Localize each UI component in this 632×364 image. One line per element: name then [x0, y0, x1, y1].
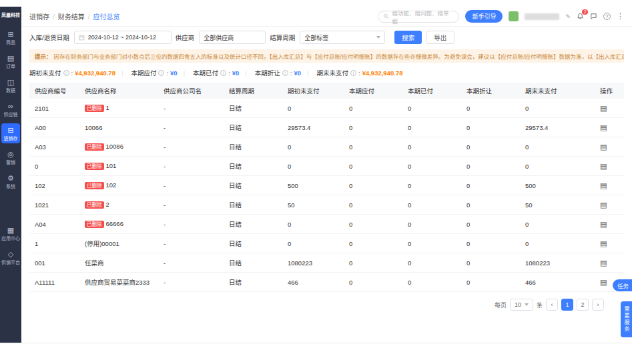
deleted-badge: 已删除	[85, 201, 104, 209]
breadcrumb-item[interactable]: 应付总览	[85, 11, 120, 21]
cell-payable: 0	[344, 240, 402, 247]
avatar[interactable]	[509, 11, 519, 21]
sidebar-item[interactable]: ▤ 订单	[1, 51, 20, 71]
sidebar-item[interactable]: ⚙ 系统	[1, 171, 20, 191]
cell-payable: 0	[344, 105, 402, 112]
summary-item: 本期已付 ¥0	[178, 68, 240, 77]
cell-discount: 0	[461, 221, 520, 228]
detail-icon[interactable]: ▤	[600, 143, 607, 151]
cell-end-unpaid: 50	[520, 201, 595, 209]
sidebar-item-label: 订单	[6, 63, 15, 69]
deleted-badge: 已删除	[85, 182, 104, 189]
cell-paid: 0	[402, 163, 461, 170]
sidebar-item[interactable]: ◎ 营销	[1, 147, 20, 167]
search-icon	[383, 13, 389, 19]
cell-company-name: -	[158, 124, 224, 131]
cell-begin-unpaid: 0	[282, 240, 344, 247]
cell-paid: 0	[402, 279, 461, 286]
sidebar-nav: ⊞ 商品 ▤ 订单 ◫ 数据 ∞ 供应链	[1, 27, 20, 195]
cell-payable: 0	[344, 221, 402, 228]
cell-end-unpaid: 0	[520, 221, 595, 228]
detail-icon[interactable]: ▤	[600, 278, 607, 286]
detail-icon[interactable]: ▤	[600, 104, 607, 112]
cell-payable: 0	[344, 259, 402, 267]
cycle-select[interactable]: 全部标签	[300, 31, 385, 44]
supplier-input[interactable]: 全部供应商	[199, 31, 266, 44]
table-row: A11111 供应商贸易菜菜商2333 - 日结 466 0 0 0 466 ▤	[29, 273, 624, 292]
cell-payable: 0	[344, 163, 402, 170]
cell-discount: 0	[461, 279, 520, 286]
beginner-guide-button[interactable]: 新手引导	[465, 10, 503, 23]
sidebar-item-icon: ⊟	[7, 126, 13, 134]
detail-icon[interactable]: ▤	[600, 201, 607, 209]
sidebar: 凤凰科技 ⊞ 商品 ▤ 订单 ◫ 数据 ∞	[0, 7, 21, 343]
sidebar-item-label: 供应链	[4, 111, 18, 117]
sidebar-item-label: 营销	[6, 159, 15, 165]
summary-item-label: 期末未支付	[317, 68, 349, 77]
service-floating-tab[interactable]: 需要服务	[621, 301, 632, 337]
sidebar-item[interactable]: ◫ 数据	[1, 75, 20, 95]
sidebar-item[interactable]: ◇ 供销平台	[1, 247, 20, 267]
search-button[interactable]: 搜索	[394, 31, 422, 44]
info-icon[interactable]	[282, 70, 288, 76]
next-page-button[interactable]: ›	[592, 299, 604, 311]
cell-paid: 0	[402, 124, 461, 131]
page-number-button[interactable]: 2	[577, 299, 589, 311]
cell-paid: 0	[402, 143, 461, 151]
info-icon[interactable]	[158, 70, 164, 76]
info-icon[interactable]	[63, 70, 69, 76]
sidebar-item[interactable]: ▦ 应用中心	[1, 223, 20, 243]
task-floating-button[interactable]: 任务	[613, 279, 632, 291]
edit-profile-icon[interactable]: ✎	[565, 13, 571, 20]
global-search-input[interactable]: 搜功能、搜问题、搜单据	[378, 11, 459, 23]
export-button[interactable]: 导出	[426, 31, 454, 44]
breadcrumb: 进销存 财务结算 应付总览	[29, 11, 120, 21]
app-window: 凤凰科技 ⊞ 商品 ▤ 订单 ◫ 数据 ∞	[0, 7, 632, 343]
cell-end-unpaid: 466	[520, 279, 595, 286]
detail-icon[interactable]: ▤	[600, 162, 607, 170]
cell-end-unpaid: 500	[520, 182, 595, 189]
page-number-button[interactable]: 1	[561, 299, 573, 311]
breadcrumb-item[interactable]: 进销存	[29, 11, 49, 21]
cell-supplier-name: 已删除102	[79, 181, 158, 189]
info-icon[interactable]	[220, 70, 226, 76]
detail-icon[interactable]: ▤	[600, 123, 607, 131]
detail-icon[interactable]: ▤	[600, 259, 607, 267]
detail-icon[interactable]: ▤	[600, 220, 607, 228]
breadcrumb-item[interactable]: 财务结算	[49, 11, 85, 21]
calendar-icon	[79, 35, 85, 41]
sidebar-item[interactable]: ⊞ 商品	[1, 27, 20, 47]
detail-icon[interactable]: ▤	[600, 181, 607, 189]
cell-discount: 0	[461, 124, 520, 131]
sidebar-item-icon: ⊞	[7, 30, 13, 38]
detail-icon[interactable]: ▤	[600, 239, 607, 247]
col-actions: 操作	[595, 86, 624, 95]
col-begin-unpaid: 期初未支付	[282, 86, 344, 95]
table-body: 2101 已删除1 - 日结 0 0 0 0 0 ▤	[29, 99, 624, 292]
main-area: 进销存 财务结算 应付总览 搜功能、搜问题、搜单据 新手引导 ✎	[21, 7, 632, 343]
help-icon[interactable]: ?	[603, 13, 611, 20]
supplier-name-text: 1	[106, 104, 109, 111]
summary-item-amount: ¥4,932,940.78	[75, 69, 115, 77]
cell-end-unpaid: 29573.4	[520, 124, 595, 131]
summary-item-amount: ¥0	[170, 69, 178, 77]
prev-page-button[interactable]: ‹	[546, 299, 558, 311]
date-range-input[interactable]: 2024-10-12 ~ 2024-10-12	[74, 31, 172, 44]
notification-bell-icon[interactable]: 2	[577, 13, 584, 20]
per-page-unit: 条	[537, 301, 543, 309]
cell-supplier-code: A00	[29, 124, 79, 131]
table-row: A03 已删除10086 - 日结 0 0 0 0 0 ▤	[29, 137, 624, 157]
cell-paid: 0	[402, 259, 461, 267]
cycle-filter-label: 结算周期	[270, 33, 295, 42]
cell-begin-unpaid: 0	[282, 221, 344, 228]
sidebar-item[interactable]: ⊟ 进销存	[1, 123, 20, 143]
supplier-name-text: 102	[106, 181, 117, 189]
info-icon[interactable]	[350, 70, 356, 76]
cell-cycle: 日结	[224, 142, 282, 151]
cell-payable: 0	[344, 124, 402, 131]
per-page-select[interactable]: 10	[510, 299, 533, 311]
sidebar-item[interactable]: ∞ 供应链	[1, 99, 20, 119]
more-icon[interactable]: ⋮	[617, 12, 624, 21]
cell-end-unpaid: 0	[520, 105, 595, 112]
message-icon[interactable]	[590, 13, 597, 20]
